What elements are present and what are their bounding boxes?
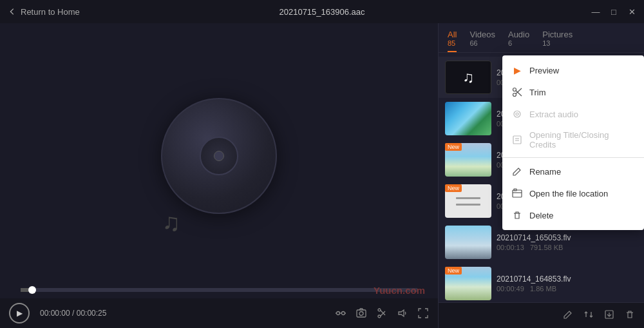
svg-rect-5 [357,310,366,317]
minimize-button[interactable]: — [591,7,600,16]
tab-pictures[interactable]: Pictures 13 [542,30,573,52]
credits-icon [511,134,523,146]
time-display: 00:00:00 / 00:00:25 [40,309,106,318]
back-button[interactable]: Return to Home [8,7,80,17]
video-display: ♫ [0,23,438,288]
context-menu-divider [502,157,644,158]
window-title: 20210715_163906.aac [279,7,365,17]
back-label: Return to Home [21,7,80,17]
player-area: ♫ ▶ 00:00:00 / 00:00:25 [0,23,438,328]
disc-artwork [161,98,277,214]
player-controls: ▶ 00:00:00 / 00:00:25 [0,298,438,328]
svg-point-21 [516,113,518,115]
context-menu-preview[interactable]: ▶ Preview [502,59,644,81]
titlebar: Return to Home 20210715_163906.aac — □ ✕ [0,0,644,23]
context-menu-credits[interactable]: Opening Title/Closing Credits [502,125,644,155]
file-meta: 00:00:49 1.86 MB [497,285,638,293]
volume-button[interactable] [397,307,408,319]
svg-point-1 [342,312,345,315]
clip-icon [376,307,388,319]
context-menu-extract-audio[interactable]: Extract audio [502,103,644,125]
delete-label: Delete [529,211,554,220]
progress-bar[interactable] [21,288,417,292]
panel-tabs: All 85 Videos 66 Audio 6 Pictures 13 [439,23,644,53]
watermark: Yuucn.com [374,285,425,296]
progress-area [0,288,438,298]
extract-audio-icon [511,108,523,120]
preview-icon: ▶ [511,64,523,76]
disc-center [214,151,224,161]
play-button[interactable]: ▶ [9,303,30,323]
svg-line-10 [381,311,385,316]
play-icon: ▶ [17,309,23,318]
svg-rect-22 [513,136,521,144]
credits-label: Opening Title/Closing Credits [529,130,635,150]
new-badge: New [445,267,462,275]
new-badge: New [445,143,462,151]
close-button[interactable]: ✕ [627,7,636,16]
open-location-icon [511,188,523,199]
svg-point-16 [513,93,516,97]
preview-label: Preview [529,66,559,75]
export-button[interactable] [604,309,614,322]
file-name: 20210714_164853.flv [497,275,638,284]
file-info: 20210714_164853.flv 00:00:49 1.86 MB [491,275,638,293]
svg-marker-11 [399,310,404,316]
file-thumbnail [445,102,491,135]
open-location-label: Open the file location [529,189,608,198]
progress-handle[interactable] [28,286,36,294]
svg-line-9 [381,311,385,315]
svg-rect-25 [513,190,522,197]
rename-label: Rename [529,167,561,177]
file-meta: 00:00:13 791.58 KB [497,244,638,251]
file-thumbnail: ♫ [445,61,491,94]
disc-inner [200,137,238,175]
delete-icon [511,209,523,221]
context-menu-rename[interactable]: Rename [502,160,644,182]
trim-label: Trim [529,88,546,97]
svg-point-7 [378,309,381,311]
music-note-icon: ♫ [462,68,474,86]
extract-audio-label: Extract audio [529,110,578,119]
window-controls: — □ ✕ [591,7,636,16]
context-menu-open-location[interactable]: Open the file location [502,182,644,204]
edit-button[interactable] [563,309,573,322]
svg-point-0 [337,312,340,315]
snapshot-button[interactable] [355,307,367,319]
snapshot-icon [355,307,367,319]
file-info: 20210714_165053.flv 00:00:13 791.58 KB [491,233,638,251]
svg-point-8 [378,315,381,318]
svg-point-6 [359,312,363,316]
volume-icon [397,307,408,319]
disc-outer [161,98,277,214]
controls-right [335,307,429,319]
svg-point-17 [513,88,516,92]
tab-videos[interactable]: Videos 66 [469,30,495,52]
fullscreen-icon [417,307,429,319]
file-thumbnail [445,226,491,259]
rename-icon [511,166,523,177]
panel-bottom-toolbar [439,302,644,328]
tab-audio[interactable]: Audio 6 [508,30,529,52]
context-menu: ▶ Preview Trim [502,55,644,230]
effects-icon [335,307,346,319]
context-menu-trim[interactable]: Trim [502,81,644,103]
effects-button[interactable] [335,307,346,319]
list-item[interactable]: New 20210714_164853.flv 00:00:49 1.86 MB [439,263,644,302]
trim-icon [511,86,523,98]
svg-point-20 [514,111,520,117]
sort-button[interactable] [583,309,594,322]
file-name: 20210714_165053.flv [497,233,638,242]
clip-button[interactable] [376,307,388,319]
maximize-button[interactable]: □ [609,7,618,16]
main-container: ♫ ▶ 00:00:00 / 00:00:25 [0,23,644,328]
delete-button[interactable] [625,309,635,322]
back-icon [8,7,17,16]
right-panel: All 85 Videos 66 Audio 6 Pictures 13 ♫ [438,23,644,328]
new-badge: New [445,184,462,192]
fullscreen-button[interactable] [417,307,429,319]
tab-all[interactable]: All 85 [448,30,457,52]
context-menu-delete[interactable]: Delete [502,204,644,226]
